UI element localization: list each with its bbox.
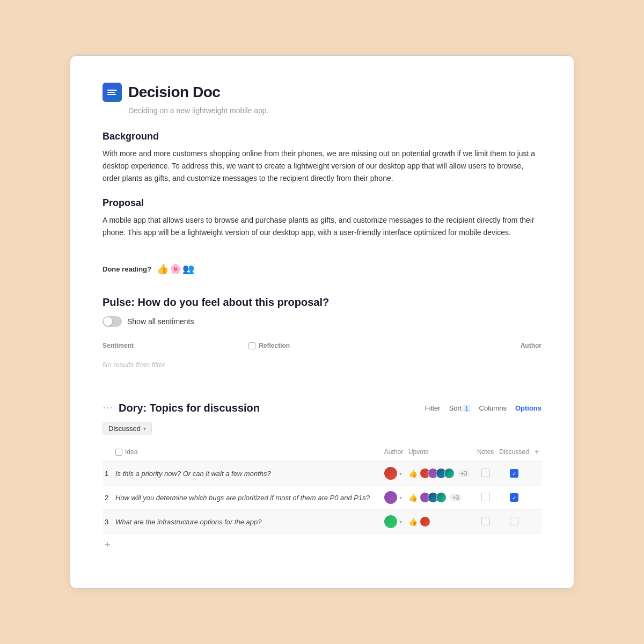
avatar — [436, 492, 447, 503]
background-heading: Background — [103, 131, 541, 142]
row-upvote: 👍 — [406, 510, 474, 534]
main-card: Decision Doc Deciding on a new lightweig… — [70, 55, 574, 589]
chevron-down-icon[interactable]: ▾ — [399, 495, 402, 501]
avatar — [384, 515, 397, 528]
idea-text: Is this a priority now? Or can it wait a… — [115, 470, 271, 478]
row-notes — [474, 510, 496, 534]
emoji-row[interactable]: 👍 🌸 👥 — [157, 263, 194, 275]
dory-header-left: ⋮ Dory: Topics for discussion — [103, 402, 260, 414]
toggle-label: Show all sentiments — [127, 317, 194, 326]
avatar — [384, 491, 397, 504]
row-discussed[interactable]: ✓ — [496, 486, 532, 510]
row-idea: Is this a priority now? Or can it wait a… — [113, 462, 382, 486]
thumbs-up-icon[interactable]: 👍 — [408, 493, 418, 502]
dory-header: ⋮ Dory: Topics for discussion Filter Sor… — [103, 402, 541, 414]
row-num: 2 — [103, 486, 113, 510]
row-notes — [474, 462, 496, 486]
sort-button[interactable]: Sort1 — [449, 404, 471, 412]
discussed-unchecked-icon[interactable] — [510, 517, 518, 525]
table-row: 1 Is this a priority now? Or can it wait… — [103, 462, 541, 486]
idea-text: What are the infrastructure options for … — [115, 518, 261, 526]
toggle-row: Show all sentiments — [103, 316, 541, 327]
row-author: ▾ — [382, 510, 406, 534]
dory-title: Dory: Topics for discussion — [119, 402, 260, 414]
avatar-group — [420, 468, 455, 479]
proposal-body: A mobile app that allows users to browse… — [103, 214, 541, 239]
dory-menu-icon[interactable]: ⋮ — [102, 403, 114, 414]
divider-1 — [103, 252, 541, 252]
add-row-button[interactable]: + — [103, 534, 541, 556]
proposal-heading: Proposal — [103, 197, 541, 209]
sort-badge: 1 — [463, 405, 470, 412]
col-add[interactable]: + — [532, 443, 541, 462]
avatar — [444, 468, 455, 479]
row-author: ▾ — [382, 486, 406, 510]
col-upvote: Upvote — [406, 443, 474, 462]
filter-dropdown[interactable]: Discussed ▾ — [103, 422, 152, 435]
thumbs-up-icon[interactable]: 👍 — [408, 517, 418, 526]
dory-toolbar: Filter Sort1 Columns Options — [425, 404, 541, 412]
discussed-checked-icon[interactable]: ✓ — [510, 493, 518, 502]
pulse-col-reflection: Reflection — [248, 338, 442, 354]
idea-checkbox-icon — [115, 449, 122, 456]
row-num: 1 — [103, 462, 113, 486]
row-discussed[interactable]: ✓ — [496, 462, 532, 486]
no-results-text: No results from filter — [103, 361, 165, 369]
avatar — [384, 467, 397, 480]
emoji-people[interactable]: 👥 — [182, 263, 194, 275]
show-sentiments-toggle[interactable] — [103, 316, 122, 327]
pulse-table: Sentiment Reflection Author No results f… — [103, 338, 541, 375]
toggle-knob — [104, 317, 112, 326]
doc-header: Decision Doc — [103, 83, 541, 102]
pulse-col-sentiment: Sentiment — [103, 338, 248, 354]
row-num: 3 — [103, 510, 113, 534]
doc-title: Decision Doc — [128, 84, 220, 101]
filter-button[interactable]: Filter — [425, 404, 441, 412]
avatar-group — [420, 492, 447, 503]
row-upvote: 👍 +3 — [406, 486, 474, 510]
table-row: 2 How will you determine which bugs are … — [103, 486, 541, 510]
col-num — [103, 443, 113, 462]
row-author: ▾ — [382, 462, 406, 486]
filter-dropdown-label: Discussed — [108, 425, 141, 433]
done-reading-label: Done reading? — [103, 265, 151, 273]
row-notes — [474, 486, 496, 510]
avatar — [420, 516, 430, 527]
avatar-group — [420, 516, 430, 527]
upvote-count: +3 — [450, 494, 462, 501]
dory-table: Idea Author Upvote Notes Discussed + 1 — [103, 443, 541, 534]
options-button[interactable]: Options — [515, 404, 541, 412]
chevron-down-icon: ▾ — [143, 426, 146, 431]
col-discussed: Discussed — [496, 443, 532, 462]
row-idea: How will you determine which bugs are pr… — [113, 486, 382, 510]
doc-icon — [103, 83, 122, 102]
row-discussed[interactable] — [496, 510, 532, 534]
add-column-icon[interactable]: + — [534, 447, 539, 456]
row-extra — [532, 510, 541, 534]
emoji-flower[interactable]: 🌸 — [170, 263, 181, 275]
columns-button[interactable]: Columns — [479, 404, 507, 412]
done-reading-row: Done reading? 👍 🌸 👥 — [103, 263, 541, 275]
emoji-thumbsup[interactable]: 👍 — [157, 263, 169, 275]
pulse-col-author: Author — [442, 338, 541, 354]
reflection-checkbox-icon — [248, 342, 255, 349]
notes-icon — [481, 517, 490, 525]
background-body: With more and more customers shopping on… — [103, 148, 541, 185]
row-extra — [532, 462, 541, 486]
row-upvote: 👍 +3 — [406, 462, 474, 486]
chevron-down-icon[interactable]: ▾ — [399, 519, 402, 525]
pulse-title: Pulse: How do you feel about this propos… — [103, 296, 541, 309]
chevron-down-icon[interactable]: ▾ — [399, 471, 402, 477]
doc-subtitle: Deciding on a new lightweight mobile app… — [103, 106, 541, 115]
row-idea: What are the infrastructure options for … — [113, 510, 382, 534]
notes-icon — [481, 469, 490, 477]
upvote-count: +3 — [458, 470, 470, 477]
dory-section: ⋮ Dory: Topics for discussion Filter Sor… — [103, 402, 541, 556]
discussed-checked-icon[interactable]: ✓ — [510, 469, 518, 478]
thumbs-up-icon[interactable]: 👍 — [408, 469, 418, 478]
col-idea: Idea — [113, 443, 382, 462]
col-author: Author — [382, 443, 406, 462]
col-notes: Notes — [474, 443, 496, 462]
row-extra — [532, 486, 541, 510]
table-row: 3 What are the infrastructure options fo… — [103, 510, 541, 534]
